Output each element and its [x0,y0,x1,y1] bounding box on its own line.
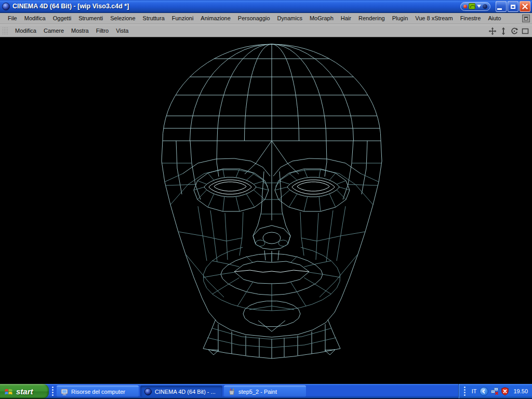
wireframe-head-model [0,37,532,384]
tray-grip-handle[interactable] [463,386,466,396]
nvidia-dark-dot-icon [483,4,487,9]
taskbar-grip-handle[interactable] [51,386,54,396]
menu-item[interactable]: Struttura [139,13,168,24]
minimize-button[interactable] [496,1,507,12]
maximize-view-icon[interactable] [521,27,529,35]
viewport-menu-item[interactable]: Filtro [92,25,112,36]
start-label: start [16,387,33,396]
viewport-3d[interactable] [0,37,532,384]
menu-item[interactable]: Strumenti [75,13,107,24]
taskbar: start [0,384,532,398]
restore-button[interactable] [508,1,518,12]
my-computer-icon [60,388,69,396]
language-indicator[interactable]: IT [471,388,478,394]
title-bar: CINEMA 4D (64 Bit) - [wip Viso3.c4d *] [0,0,532,13]
menu-bar: File Modifica Oggetti Strumenti Selezion… [0,13,532,24]
taskbar-button[interactable]: CINEMA 4D (64 Bit) - ... [140,385,222,397]
nvidia-logo-icon [469,3,475,9]
menu-item[interactable]: Hair [337,13,355,24]
taskbar-button[interactable]: step5_2 - Paint [224,385,306,397]
paint-icon [228,388,236,396]
nvidia-dropdown-icon [477,5,481,8]
cinema4d-icon [144,388,152,396]
cinema4d-app-icon [2,3,10,10]
minimize-icon [497,8,502,10]
hide-icons-arrow-icon[interactable] [480,387,488,396]
toolbar-grip-handle[interactable] [2,27,8,35]
zoom-icon[interactable] [499,27,508,35]
network-disconnected-icon[interactable] [490,387,499,395]
menu-item[interactable]: Vue 8 xStream [411,13,456,24]
rotate-icon[interactable] [510,27,518,35]
menu-item[interactable]: Plugin [389,13,412,24]
mdi-window-inner [524,17,528,20]
restore-icon [511,5,515,9]
menu-item[interactable]: Modifica [21,13,49,24]
menu-item[interactable]: Dynamics [274,13,306,24]
menu-item[interactable]: Animazione [197,13,234,24]
menu-item[interactable]: Funzioni [168,13,197,24]
taskbar-button[interactable]: Risorse del computer [57,385,139,397]
viewport-menu-bar: Modifica Camere Mostra Filtro Vista [0,24,532,37]
viewport-menu-item[interactable]: Camere [40,25,68,36]
window-title: CINEMA 4D (64 Bit) - [wip Viso3.c4d *] [12,3,460,10]
task-buttons: Risorse del computer [57,385,458,397]
viewport-menu-item[interactable]: Vista [112,25,132,36]
clock[interactable]: 19.50 [513,388,528,394]
taskbar-button-label: Risorse del computer [71,389,135,395]
menu-item[interactable]: Rendering [355,13,389,24]
close-icon [522,4,528,9]
menu-item[interactable]: Oggetti [49,13,75,24]
security-alert-shield-icon[interactable] [501,387,509,395]
start-button[interactable]: start [0,384,49,398]
viewport-nav-icons [488,27,529,35]
pan-icon[interactable] [488,27,497,35]
system-tray: IT 19.50 [458,384,532,398]
menu-item[interactable]: Finestre [457,13,485,24]
nvidia-tray-widget[interactable] [460,2,490,11]
menu-item[interactable]: MoGraph [306,13,337,24]
viewport-menu-items: Modifica Camere Mostra Filtro Vista [11,25,132,36]
menu-item[interactable]: Aiuto [484,13,504,24]
close-button[interactable] [520,1,530,12]
taskbar-button-label: CINEMA 4D (64 Bit) - ... [155,389,219,395]
taskbar-button-label: step5_2 - Paint [238,389,302,395]
windows-flag-icon [4,387,14,396]
viewport-menu-item[interactable]: Mostra [68,25,92,36]
mdi-window-icon[interactable] [522,15,530,22]
menu-items: File Modifica Oggetti Strumenti Selezion… [4,13,504,24]
nvidia-red-dot-icon [463,5,467,8]
menu-item[interactable]: Personaggio [234,13,274,24]
menu-item[interactable]: File [4,13,21,24]
viewport-menu-item[interactable]: Modifica [11,25,40,36]
menu-item[interactable]: Selezione [107,13,139,24]
